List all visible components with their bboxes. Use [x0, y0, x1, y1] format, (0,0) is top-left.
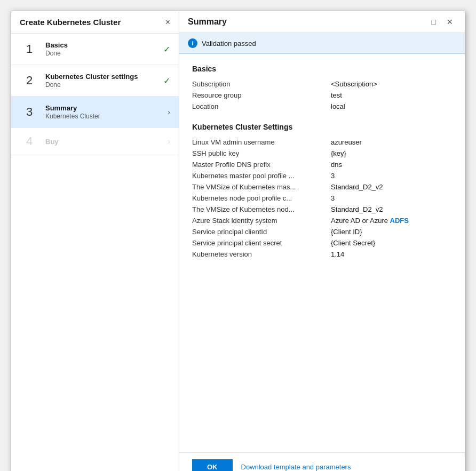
step-number-1: 1 — [20, 43, 39, 55]
step-chevron-4: › — [168, 137, 170, 146]
row-label-1-4: The VMSize of Kubernetes mas... — [192, 181, 331, 193]
table-row: Kubernetes master pool profile ...3 — [192, 170, 452, 181]
step-item-1[interactable]: 1BasicsDone✓ — [11, 34, 179, 65]
row-label-1-6: The VMSize of Kubernetes nod... — [192, 204, 331, 215]
step-title-4: Buy — [45, 138, 163, 146]
table-row: Service principal clientId{Client ID} — [192, 226, 452, 237]
validation-banner: i Validation passed — [179, 33, 465, 54]
left-header: Create Kubernetes Cluster × — [11, 11, 179, 34]
step-number-3: 3 — [20, 106, 39, 118]
step-subtitle-2: Done — [45, 81, 159, 89]
table-row: Master Profile DNS prefixdns — [192, 159, 452, 170]
steps-list: 1BasicsDone✓2Kubernetes Cluster settings… — [11, 34, 179, 471]
right-footer: OK Download template and parameters — [179, 452, 465, 471]
info-icon: i — [188, 38, 197, 48]
row-label-1-3: Kubernetes master pool profile ... — [192, 170, 331, 181]
step-info-1: BasicsDone — [45, 41, 159, 57]
row-value-0-1: test — [331, 90, 452, 101]
table-row: Service principal client secret{Client S… — [192, 237, 452, 249]
step-title-3: Summary — [45, 104, 163, 112]
row-label-1-8: Service principal clientId — [192, 226, 331, 237]
section-title-1: Kubernetes Cluster Settings — [192, 123, 452, 131]
table-row: Resource grouptest — [192, 90, 452, 101]
right-panel-title: Summary — [188, 17, 227, 27]
table-row: Kubernetes node pool profile c...3 — [192, 193, 452, 204]
section-0: BasicsSubscription<Subscription>Resource… — [192, 65, 452, 112]
right-header: Summary □ ✕ — [179, 11, 465, 33]
table-row: Azure Stack identity systemAzure AD or A… — [192, 215, 452, 226]
row-label-1-7: Azure Stack identity system — [192, 215, 331, 226]
row-label-1-2: Master Profile DNS prefix — [192, 159, 331, 170]
row-label-1-9: Service principal client secret — [192, 237, 331, 249]
section-table-0: Subscription<Subscription>Resource group… — [192, 78, 452, 112]
right-panel: Summary □ ✕ i Validation passed BasicsSu… — [179, 11, 465, 471]
row-label-1-1: SSH public key — [192, 148, 331, 159]
validation-text: Validation passed — [202, 39, 256, 47]
left-panel: Create Kubernetes Cluster × 1BasicsDone✓… — [11, 11, 179, 471]
row-value-1-0: azureuser — [331, 137, 452, 148]
row-label-0-1: Resource group — [192, 90, 331, 101]
row-value-0-0: <Subscription> — [331, 78, 452, 90]
row-value-1-9: {Client Secret} — [331, 237, 452, 249]
step-title-2: Kubernetes Cluster settings — [45, 73, 159, 81]
row-value-1-6: Standard_D2_v2 — [331, 204, 452, 215]
row-value-1-1: {key} — [331, 148, 452, 159]
step-info-2: Kubernetes Cluster settingsDone — [45, 73, 159, 89]
right-header-icons: □ ✕ — [429, 17, 456, 27]
step-number-4: 4 — [20, 135, 39, 147]
dialog-title: Create Kubernetes Cluster — [20, 18, 121, 27]
dialog-container: Create Kubernetes Cluster × 1BasicsDone✓… — [11, 11, 465, 471]
table-row: The VMSize of Kubernetes mas...Standard_… — [192, 181, 452, 193]
row-label-1-0: Linux VM admin username — [192, 137, 331, 148]
table-row: The VMSize of Kubernetes nod...Standard_… — [192, 204, 452, 215]
step-item-2[interactable]: 2Kubernetes Cluster settingsDone✓ — [11, 65, 179, 97]
step-info-4: Buy — [45, 138, 163, 146]
row-value-1-7: Azure AD or Azure ADFS — [331, 215, 452, 226]
table-row: Kubernetes version1.14 — [192, 249, 452, 260]
step-subtitle-1: Done — [45, 50, 159, 57]
row-value-1-5: 3 — [331, 193, 452, 204]
ok-button[interactable]: OK — [192, 459, 233, 471]
row-label-1-10: Kubernetes version — [192, 249, 331, 260]
row-label-0-0: Subscription — [192, 78, 331, 90]
row-label-0-2: Location — [192, 101, 331, 112]
row-label-1-5: Kubernetes node pool profile c... — [192, 193, 331, 204]
table-row: Subscription<Subscription> — [192, 78, 452, 90]
row-value-1-10: 1.14 — [331, 249, 452, 260]
step-info-3: SummaryKubernetes Cluster — [45, 104, 163, 120]
minimize-button[interactable]: □ — [429, 17, 439, 27]
row-value-1-2: dns — [331, 159, 452, 170]
row-value-1-8: {Client ID} — [331, 226, 452, 237]
step-subtitle-3: Kubernetes Cluster — [45, 113, 163, 120]
step-title-1: Basics — [45, 41, 159, 49]
section-1: Kubernetes Cluster SettingsLinux VM admi… — [192, 123, 452, 260]
row-value-1-3: 3 — [331, 170, 452, 181]
step-number-2: 2 — [20, 75, 39, 86]
step-item-4: 4Buy› — [11, 128, 179, 155]
close-right-button[interactable]: ✕ — [443, 17, 456, 27]
step-check-2: ✓ — [163, 76, 170, 86]
step-item-3[interactable]: 3SummaryKubernetes Cluster› — [11, 97, 179, 128]
section-title-0: Basics — [192, 65, 452, 73]
step-check-1: ✓ — [163, 44, 170, 54]
table-row: Locationlocal — [192, 101, 452, 112]
table-row: Linux VM admin usernameazureuser — [192, 137, 452, 148]
step-chevron-3: › — [168, 108, 170, 116]
summary-content: BasicsSubscription<Subscription>Resource… — [179, 54, 465, 452]
section-table-1: Linux VM admin usernameazureuserSSH publ… — [192, 137, 452, 260]
row-value-1-4: Standard_D2_v2 — [331, 181, 452, 193]
table-row: SSH public key{key} — [192, 148, 452, 159]
dialog-close-button[interactable]: × — [165, 18, 170, 27]
download-link[interactable]: Download template and parameters — [241, 463, 351, 471]
row-value-0-2: local — [331, 101, 452, 112]
